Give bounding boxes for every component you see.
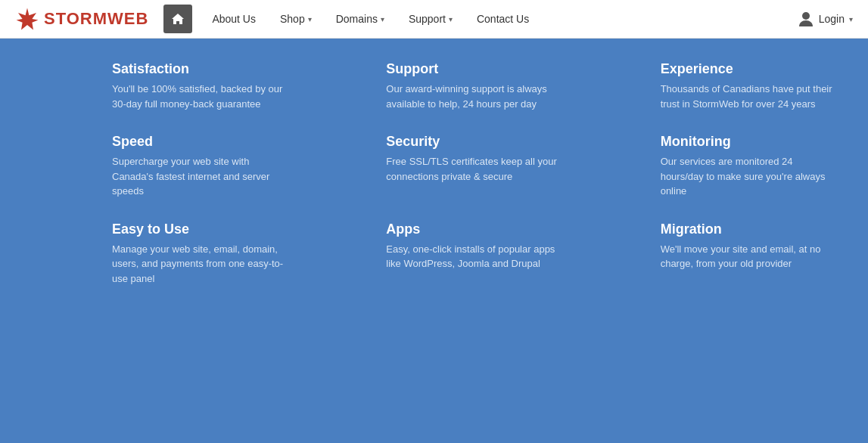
svg-point-1: [802, 12, 810, 20]
speed-title: Speed: [112, 134, 289, 150]
nav-about-us[interactable]: About Us: [201, 7, 266, 31]
feature-experience: Experience Thousands of Canadians have p…: [579, 61, 838, 111]
apps-text: Apps Easy, one-click installs of popular…: [386, 222, 563, 271]
login-button[interactable]: Login ▾: [819, 13, 853, 25]
support-title: Support: [386, 61, 563, 77]
feature-monitoring: Monitoring Our services are monitored 24…: [579, 134, 838, 199]
brand-name: STORMWEB: [44, 9, 148, 29]
migration-text: Migration We'll move your site and email…: [661, 222, 838, 271]
feature-apps: Apps Easy, one-click installs of popular…: [304, 222, 563, 287]
easyuse-desc: Manage your web site, email, domain, use…: [112, 242, 289, 287]
monitoring-text: Monitoring Our services are monitored 24…: [661, 134, 838, 199]
nav-contact-us[interactable]: Contact Us: [466, 7, 540, 31]
nav-support[interactable]: Support ▾: [398, 7, 463, 31]
nav-right: Login ▾: [799, 11, 853, 26]
feature-migration: Migration We'll move your site and email…: [579, 222, 838, 287]
feature-speed: Speed Supercharge your web site with Can…: [30, 134, 289, 199]
speed-text: Speed Supercharge your web site with Can…: [112, 134, 289, 199]
nav-domains[interactable]: Domains ▾: [325, 7, 395, 31]
satisfaction-text: Satisfaction You'll be 100% satisfied, b…: [112, 61, 289, 111]
experience-text: Experience Thousands of Canadians have p…: [661, 61, 838, 111]
domains-arrow-icon: ▾: [381, 15, 384, 23]
apps-title: Apps: [386, 222, 563, 237]
support-arrow-icon: ▾: [449, 15, 453, 23]
feature-support: Support Our award-winning support is alw…: [304, 61, 563, 111]
monitoring-desc: Our services are monitored 24 hours/day …: [661, 154, 838, 199]
main-content: 🤲 $ $: [0, 39, 868, 443]
shop-arrow-icon: ▾: [308, 15, 312, 23]
feature-satisfaction: 🤲 $ $: [30, 61, 289, 111]
svg-marker-0: [17, 8, 39, 30]
user-icon: [799, 11, 813, 26]
speed-desc: Supercharge your web site with Canada's …: [112, 154, 289, 199]
monitoring-title: Monitoring: [661, 134, 838, 150]
experience-desc: Thousands of Canadians have put their tr…: [661, 82, 838, 111]
satisfaction-title: Satisfaction: [112, 61, 289, 77]
apps-desc: Easy, one-click installs of popular apps…: [386, 242, 563, 271]
login-arrow-icon: ▾: [849, 15, 853, 23]
navbar: STORMWEB About Us Shop ▾ Domains ▾ Suppo…: [0, 0, 868, 39]
easyuse-title: Easy to Use: [112, 222, 289, 237]
feature-security: Security Free SSL/TLS certificates keep …: [304, 134, 563, 199]
nav-links: About Us Shop ▾ Domains ▾ Support ▾ Cont…: [163, 5, 798, 33]
home-nav-button[interactable]: [163, 5, 192, 33]
features-grid: 🤲 $ $: [30, 61, 838, 286]
security-text: Security Free SSL/TLS certificates keep …: [386, 134, 563, 184]
easyuse-text: Easy to Use Manage your web site, email,…: [112, 222, 289, 287]
migration-desc: We'll move your site and email, at no ch…: [661, 242, 838, 271]
nav-shop[interactable]: Shop ▾: [269, 7, 322, 31]
security-desc: Free SSL/TLS certificates keep all your …: [386, 154, 563, 184]
support-desc: Our award-winning support is always avai…: [386, 82, 563, 111]
satisfaction-desc: You'll be 100% satisfied, backed by our …: [112, 82, 289, 111]
support-text: Support Our award-winning support is alw…: [386, 61, 563, 111]
brand-logo[interactable]: STORMWEB: [15, 7, 148, 31]
migration-title: Migration: [661, 222, 838, 237]
feature-easyuse: Easy to Use Manage your web site, email,…: [30, 222, 289, 287]
experience-title: Experience: [661, 61, 838, 77]
security-title: Security: [386, 134, 563, 150]
